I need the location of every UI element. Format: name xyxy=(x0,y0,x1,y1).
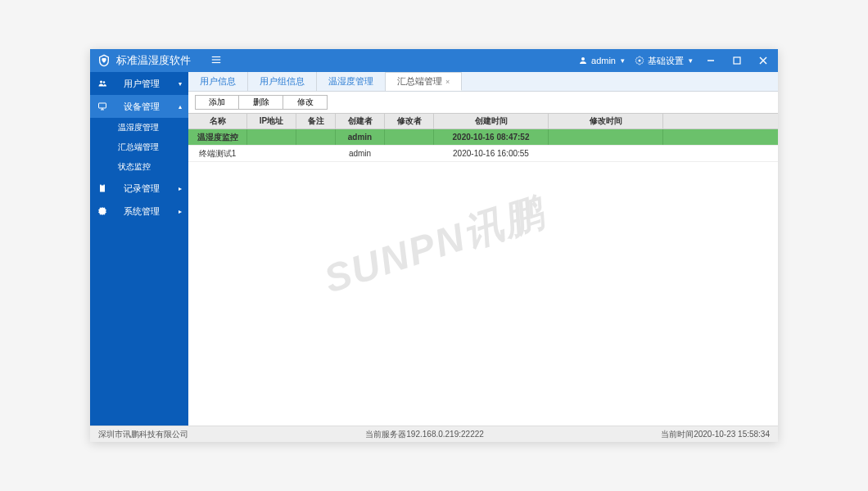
cell-ctime: 2020-10-16 08:47:52 xyxy=(434,129,549,145)
toolbar: 添加 删除 修改 xyxy=(188,92,778,113)
time-info: 当前时间2020-10-23 15:58:34 xyxy=(661,429,770,440)
svg-point-9 xyxy=(100,81,102,83)
sidebar-item-label: 记录管理 xyxy=(105,182,179,195)
cell-modifier xyxy=(385,129,434,145)
cell-mtime xyxy=(549,146,663,161)
sidebar-item-system-mgmt[interactable]: 系统管理 ▸ xyxy=(90,200,188,223)
modify-button[interactable]: 修改 xyxy=(283,95,328,110)
chevron-down-icon: ▾ xyxy=(689,56,693,65)
close-button[interactable] xyxy=(755,52,771,69)
tab-bar: 用户信息 用户组信息 温湿度管理 汇总端管理× xyxy=(188,72,778,92)
chevron-up-icon: ▴ xyxy=(179,103,182,110)
sidebar-item-label: 用户管理 xyxy=(105,78,179,90)
minimize-button[interactable] xyxy=(703,52,719,69)
cell-creator: admin xyxy=(336,146,385,161)
hamburger-menu-icon[interactable] xyxy=(210,54,222,67)
chevron-down-icon: ▾ xyxy=(179,80,182,88)
settings-menu[interactable]: 基础设置 ▾ xyxy=(635,55,693,67)
app-title: 标准温湿度软件 xyxy=(116,53,191,68)
server-info: 当前服务器192.168.0.219:22222 xyxy=(188,429,661,440)
cell-ctime: 2020-10-16 16:00:55 xyxy=(434,146,549,161)
sidebar-item-label: 系统管理 xyxy=(105,205,179,218)
user-menu[interactable]: admin ▾ xyxy=(578,56,625,65)
sidebar-item-label: 汇总端管理 xyxy=(118,142,159,153)
sidebar: 用户管理 ▾ 设备管理 ▴ 温湿度管理 汇总端管理 状态监控 记录管理 ▸ xyxy=(90,72,188,426)
chevron-down-icon: ▾ xyxy=(621,56,625,65)
tab-label: 温湿度管理 xyxy=(328,75,373,88)
company-label: 深圳市讯鹏科技有限公司 xyxy=(98,429,188,440)
col-header-remark[interactable]: 备注 xyxy=(296,114,336,128)
table-row[interactable]: 终端测试1 admin 2020-10-16 16:00:55 xyxy=(188,146,778,162)
cell-remark xyxy=(296,146,336,161)
cell-creator: admin xyxy=(336,129,385,145)
add-button[interactable]: 添加 xyxy=(195,95,239,110)
user-label: admin xyxy=(591,56,616,65)
sidebar-subitem-temp-humidity[interactable]: 温湿度管理 xyxy=(90,118,188,137)
settings-label: 基础设置 xyxy=(648,55,684,67)
cell-modifier xyxy=(385,146,434,161)
sidebar-subitem-summary[interactable]: 汇总端管理 xyxy=(90,137,188,157)
main-content: 用户信息 用户组信息 温湿度管理 汇总端管理× 添加 删除 修改 名称 IP地址… xyxy=(188,72,778,426)
sidebar-item-label: 设备管理 xyxy=(105,101,179,113)
tab-label: 汇总端管理 xyxy=(397,75,442,88)
sidebar-subitem-status[interactable]: 状态监控 xyxy=(90,157,188,177)
app-window: 标准温湿度软件 admin ▾ 基础设置 ▾ xyxy=(90,49,778,442)
tab-label: 用户组信息 xyxy=(260,75,305,88)
tab-label: 用户信息 xyxy=(200,75,236,88)
svg-rect-6 xyxy=(734,57,740,64)
tab-user-info[interactable]: 用户信息 xyxy=(188,72,248,91)
cell-remark xyxy=(296,129,336,145)
svg-point-4 xyxy=(639,60,641,62)
tab-close-icon[interactable]: × xyxy=(445,78,450,86)
col-header-name[interactable]: 名称 xyxy=(188,114,247,128)
sidebar-item-device-mgmt[interactable]: 设备管理 ▴ xyxy=(90,95,188,118)
col-header-ip[interactable]: IP地址 xyxy=(247,114,296,128)
sidebar-item-user-mgmt[interactable]: 用户管理 ▾ xyxy=(90,72,188,95)
maximize-button[interactable] xyxy=(729,52,745,69)
cell-name: 终端测试1 xyxy=(188,146,247,161)
col-header-creator[interactable]: 创建者 xyxy=(336,114,385,128)
table-header: 名称 IP地址 备注 创建者 修改者 创建时间 修改时间 xyxy=(188,113,778,129)
svg-rect-15 xyxy=(102,184,104,186)
chevron-right-icon: ▸ xyxy=(179,185,182,192)
svg-point-3 xyxy=(581,57,585,61)
tab-temp-humidity[interactable]: 温湿度管理 xyxy=(317,72,386,91)
sidebar-item-label: 温湿度管理 xyxy=(118,122,159,133)
app-logo-icon xyxy=(97,53,111,68)
col-header-modifier[interactable]: 修改者 xyxy=(385,114,434,128)
delete-button[interactable]: 删除 xyxy=(239,95,283,110)
header-bar: 标准温湿度软件 admin ▾ 基础设置 ▾ xyxy=(90,49,778,72)
sidebar-item-record-mgmt[interactable]: 记录管理 ▸ xyxy=(90,177,188,200)
cell-mtime xyxy=(549,129,663,145)
chevron-right-icon: ▸ xyxy=(179,208,182,215)
sidebar-item-label: 状态监控 xyxy=(118,161,151,173)
col-header-ctime[interactable]: 创建时间 xyxy=(434,114,549,128)
tab-summary[interactable]: 汇总端管理× xyxy=(386,72,462,91)
watermark: SUNPN讯鹏 xyxy=(318,186,550,306)
status-bar: 深圳市讯鹏科技有限公司 当前服务器192.168.0.219:22222 当前时… xyxy=(90,426,778,442)
col-header-mtime[interactable]: 修改时间 xyxy=(549,114,663,128)
tab-usergroup-info[interactable]: 用户组信息 xyxy=(248,72,317,91)
cell-ip xyxy=(247,129,296,145)
cell-ip xyxy=(247,146,296,161)
data-table: 名称 IP地址 备注 创建者 修改者 创建时间 修改时间 温湿度监控 admin… xyxy=(188,113,778,162)
table-row[interactable]: 温湿度监控 admin 2020-10-16 08:47:52 xyxy=(188,129,778,146)
cell-name: 温湿度监控 xyxy=(188,129,247,145)
